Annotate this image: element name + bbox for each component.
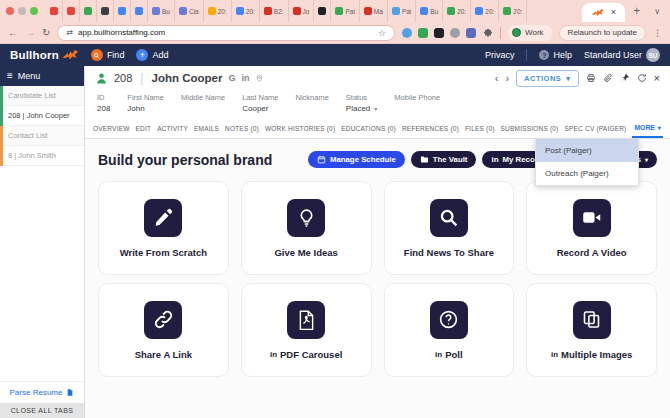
relaunch-to-update-button[interactable]: Relaunch to update <box>559 25 646 41</box>
zoom-window-button[interactable] <box>30 7 38 15</box>
help-link[interactable]: ? Help <box>539 50 572 60</box>
google-link[interactable]: G <box>228 73 235 83</box>
parse-resume-button[interactable]: Parse Resume <box>0 381 84 403</box>
reload-icon[interactable]: ↻ <box>42 28 50 38</box>
find-button[interactable]: Find <box>91 49 125 61</box>
window-controls[interactable] <box>6 7 38 15</box>
tab-calendar[interactable]: 20: <box>204 0 232 22</box>
tab-sheet-pai[interactable]: Pai <box>331 0 359 22</box>
tab-blocked-b2[interactable]: B2: <box>260 0 289 22</box>
paperclip-icon[interactable] <box>603 73 613 83</box>
card-share-a-link[interactable]: Share A Link <box>98 283 229 377</box>
tab-bot-pai[interactable]: Pai <box>388 0 416 22</box>
refresh-icon[interactable] <box>637 73 647 83</box>
tab-work-histories-0[interactable]: WORK HISTORIES (0) <box>265 125 335 132</box>
tab-gear-bu[interactable]: Bu <box>148 0 175 22</box>
back-icon[interactable]: ← <box>8 28 18 38</box>
record-id: 208 <box>114 72 132 84</box>
bullhorn-logo[interactable]: Bullhorn <box>10 49 79 62</box>
menu-button[interactable]: ≡ Menu <box>0 66 84 86</box>
tab-close-icon[interactable]: × <box>611 8 616 17</box>
tab-blocked-jo[interactable]: Jo <box>289 0 315 22</box>
location-pin-icon[interactable] <box>255 74 264 83</box>
card-give-me-ideas[interactable]: Give Me Ideas <box>241 181 372 275</box>
card-poll[interactable]: inPoll <box>384 283 515 377</box>
tab-favicon-icon <box>179 7 187 15</box>
extensions-puzzle-icon[interactable] <box>483 28 493 38</box>
bookmark-star-icon[interactable]: ☆ <box>378 28 386 38</box>
tab-speaker[interactable] <box>314 0 331 22</box>
tab-clock[interactable] <box>97 0 114 22</box>
tab-activity[interactable]: ACTIVITY <box>157 125 188 132</box>
profile-label: Work <box>525 28 544 37</box>
card-write-from-scratch[interactable]: Write From Scratch <box>98 181 229 275</box>
actions-button[interactable]: ACTIONS ▾ <box>516 70 579 87</box>
tab-emails[interactable]: EMAILS <box>194 125 219 132</box>
ext-indigo-icon[interactable] <box>466 28 476 38</box>
tab-label: Ma <box>374 8 383 15</box>
tab-references-0[interactable]: REFERENCES (0) <box>402 125 459 132</box>
add-button[interactable]: + Add <box>136 49 168 61</box>
tab-educations-0[interactable]: EDUCATIONS (0) <box>341 125 396 132</box>
privacy-link[interactable]: Privacy <box>485 50 515 60</box>
new-tab-button[interactable]: + <box>625 4 648 18</box>
linkedin-link[interactable]: in <box>241 73 249 83</box>
video-icon <box>573 199 611 237</box>
browser-menu-icon[interactable]: ⋮ <box>653 28 662 38</box>
tab-more[interactable]: MORE▾ <box>632 118 662 138</box>
ext-green-icon[interactable] <box>418 28 428 38</box>
tab-docs-blue[interactable] <box>131 0 148 22</box>
url-bar[interactable]: ⇄ app.bullhornstaffing.com ☆ <box>57 25 395 41</box>
forward-icon[interactable]: → <box>25 28 35 38</box>
print-icon[interactable] <box>586 73 596 83</box>
card-multiple-images[interactable]: inMultiple Images <box>526 283 657 377</box>
tab-label: 20: <box>246 8 255 15</box>
tab-spec-cv-paiger[interactable]: SPEC CV (PAIGER) <box>564 125 626 132</box>
sidebar-record-tab[interactable]: 8 | John Smith <box>3 146 84 166</box>
site-info-icon[interactable]: ⇄ <box>66 28 73 37</box>
tab-files-0[interactable]: FILES (0) <box>465 125 495 132</box>
tab-sheet-20a[interactable]: 20: <box>443 0 471 22</box>
sidebar-record-tab[interactable]: 208 | John Cooper <box>3 106 84 126</box>
user-menu[interactable]: Standard User SU <box>584 48 660 62</box>
manage-schedule-button[interactable]: Manage Schedule <box>308 151 405 168</box>
tab-edit[interactable]: EDIT <box>136 125 152 132</box>
tab-notes-0[interactable]: NOTES (0) <box>225 125 259 132</box>
ext-dark-icon[interactable] <box>434 28 444 38</box>
card-pdf-carousel[interactable]: inPDF Carousel <box>241 283 372 377</box>
ext-bot-icon[interactable] <box>402 28 412 38</box>
tab-doc[interactable]: 20: <box>232 0 260 22</box>
minimize-window-button[interactable] <box>18 7 26 15</box>
tab-blocked-ma[interactable]: Ma <box>360 0 388 22</box>
close-window-button[interactable] <box>6 7 14 15</box>
tab-gmail[interactable] <box>46 0 63 22</box>
next-record-icon[interactable]: › <box>505 73 509 84</box>
tab-overview[interactable]: OVERVIEW <box>93 125 130 132</box>
tab-submissions-0[interactable]: SUBMISSIONS (0) <box>501 125 559 132</box>
tab-doc-20b[interactable]: 20: <box>471 0 499 22</box>
active-browser-tab[interactable]: × <box>582 3 625 22</box>
browser-profile-chip[interactable]: Work <box>508 25 552 41</box>
tab-label: Jo <box>303 8 310 15</box>
tab-search-icon[interactable]: ∨ <box>648 7 666 16</box>
field-value: 208 <box>97 104 110 113</box>
dropdown-item-post-paiger[interactable]: Post (Paiger) <box>536 139 638 162</box>
card-record-a-video[interactable]: Record A Video <box>526 181 657 275</box>
the-vault-button[interactable]: The Vault <box>411 151 477 168</box>
field-value <box>296 104 329 113</box>
pushpin-icon[interactable] <box>620 73 630 83</box>
close-all-tabs-button[interactable]: CLOSE ALL TABS <box>0 403 84 418</box>
tab-sparkle[interactable] <box>114 0 131 22</box>
dropdown-item-outreach-paiger[interactable]: Outreach (Paiger) <box>536 162 638 185</box>
tab-misc-red[interactable] <box>63 0 80 22</box>
main-panel: 208 | John Cooper G in ‹ › ACTIONS ▾ × I <box>85 66 670 418</box>
prev-record-icon[interactable]: ‹ <box>495 73 499 84</box>
tab-gear-cla[interactable]: Cla <box>175 0 204 22</box>
close-record-icon[interactable]: × <box>654 73 660 84</box>
card-find-news-to-share[interactable]: Find News To Share <box>384 181 515 275</box>
ext-gray-icon[interactable] <box>450 28 460 38</box>
tab-sheet-20c[interactable]: 20: <box>499 0 527 22</box>
tab-sheets-grid[interactable] <box>80 0 97 22</box>
field-value[interactable]: Placed▾ <box>346 104 377 113</box>
tab-clock-bu[interactable]: Bu <box>416 0 443 22</box>
